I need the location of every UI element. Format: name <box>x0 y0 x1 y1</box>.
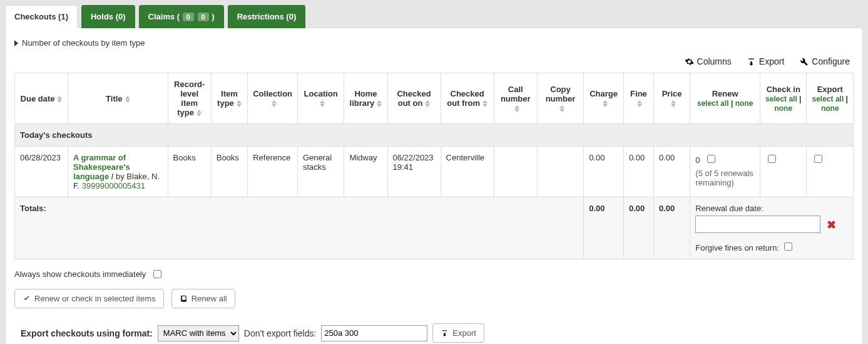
cell-checked-out-from: Centerville <box>441 147 494 197</box>
sort-icon <box>559 105 564 113</box>
tab-checkouts[interactable]: Checkouts (1) <box>5 5 78 28</box>
cell-copy-number <box>537 147 583 197</box>
sort-icon <box>197 109 202 117</box>
configure-label: Configure <box>812 56 850 66</box>
col-call-number[interactable]: Call number <box>494 73 537 124</box>
totals-fine: 0.00 <box>624 197 654 259</box>
col-due-date[interactable]: Due date <box>15 73 68 124</box>
col-fn-label: Fine <box>630 89 647 98</box>
claims-badge-1: 0 <box>183 13 194 21</box>
col-ch-label: Charge <box>590 89 618 98</box>
dont-export-label: Don't export fields: <box>244 328 317 338</box>
col-fine[interactable]: Fine <box>624 73 654 124</box>
download-icon <box>441 329 449 337</box>
export-button-label: Export <box>452 328 476 338</box>
col-record-item-type[interactable]: Record-level item type <box>168 73 211 124</box>
sort-icon <box>603 100 608 108</box>
always-show-checkbox[interactable] <box>153 270 161 278</box>
clear-date-icon[interactable]: ✖ <box>827 218 836 232</box>
col-checked-out-on[interactable]: Checked out on <box>387 73 441 124</box>
totals-charge: 0.00 <box>584 197 624 259</box>
sort-icon <box>514 105 519 113</box>
columns-label: Columns <box>697 56 732 66</box>
check-icon <box>23 294 31 303</box>
cell-check-in <box>760 147 807 197</box>
col-title[interactable]: Title <box>68 73 168 124</box>
renewal-due-label: Renewal due date: <box>695 204 848 213</box>
checkin-select-none[interactable]: none <box>774 104 792 113</box>
cell-record-item-type: Books <box>168 147 211 197</box>
table-toolbar: Columns Export Configure <box>14 54 854 73</box>
col-checked-out-from[interactable]: Checked out from <box>441 73 494 124</box>
configure-button[interactable]: Configure <box>799 56 850 66</box>
export-select-none[interactable]: none <box>821 104 839 113</box>
pipe: | <box>731 99 735 108</box>
export-button[interactable]: Export <box>432 323 484 343</box>
export-select-all[interactable]: select all <box>812 95 844 103</box>
col-renew-label: Renew <box>712 89 738 98</box>
renew-select-none[interactable]: none <box>735 99 753 108</box>
tab-claims-label: Claims <box>148 12 175 21</box>
col-title-label: Title <box>106 94 123 103</box>
export-label: Export checkouts using format: <box>21 328 153 338</box>
renew-count: 0 <box>695 155 700 165</box>
checkin-select-all[interactable]: select all <box>765 95 797 103</box>
col-home-library[interactable]: Home library <box>344 73 387 124</box>
tab-restrictions[interactable]: Restrictions (0) <box>228 5 306 28</box>
col-cn-label: Call number <box>501 85 531 103</box>
caret-right-icon <box>14 40 18 46</box>
renewal-box: Renewal due date: ✖ Forgive fines on ret… <box>690 197 854 259</box>
col-hl-label: Home library <box>350 89 377 108</box>
export-tool-button[interactable]: Export <box>747 56 784 66</box>
renew-select-all[interactable]: select all <box>697 99 729 108</box>
col-export: Export select all | none <box>807 73 854 124</box>
section-header: Today's checkouts <box>15 124 854 147</box>
gear-icon <box>685 57 694 66</box>
cell-due-date: 06/28/2023 <box>15 147 68 197</box>
cell-fine: 0.00 <box>624 147 654 197</box>
tab-holds[interactable]: Holds (0) <box>81 5 135 28</box>
barcode-link[interactable]: 39999000005431 <box>82 181 145 190</box>
renewal-due-date-input[interactable] <box>695 216 820 233</box>
cell-renew: 0 (5 of 5 renewals remaining) <box>690 147 760 197</box>
columns-button[interactable]: Columns <box>685 56 732 66</box>
sort-icon <box>125 95 130 103</box>
renew-all-button[interactable]: Renew all <box>171 289 235 308</box>
pipe: | <box>846 95 848 103</box>
item-type-expander[interactable]: Number of checkouts by item type <box>14 36 854 54</box>
sort-icon <box>272 100 277 108</box>
col-price[interactable]: Price <box>653 73 690 124</box>
renew-all-label: Renew all <box>191 294 227 303</box>
forgive-fines-checkbox[interactable] <box>784 242 792 251</box>
col-check-in: Check in select all | none <box>760 73 807 124</box>
book-icon <box>180 294 188 303</box>
col-location[interactable]: Location <box>297 73 344 124</box>
pipe: | <box>799 95 801 103</box>
export-format-select[interactable]: MARC with items <box>158 325 239 341</box>
expander-label: Number of checkouts by item type <box>22 38 145 48</box>
download-icon <box>747 57 756 66</box>
renew-checkin-button[interactable]: Renew or check in selected items <box>14 289 164 308</box>
sort-icon <box>57 95 62 103</box>
checkin-checkbox[interactable] <box>768 155 776 163</box>
col-charge[interactable]: Charge <box>584 73 624 124</box>
col-loc-label: Location <box>304 89 338 98</box>
cell-collection: Reference <box>248 147 298 197</box>
col-item-type[interactable]: Item type <box>211 73 247 124</box>
checkouts-table: Due date Title Record-level item type It… <box>14 73 854 259</box>
sort-icon <box>671 100 676 108</box>
tab-claims[interactable]: Claims ( 0 0 ) <box>139 5 224 28</box>
col-renew: Renew select all | none <box>690 73 760 124</box>
renew-checkbox[interactable] <box>707 155 715 163</box>
col-due-date-label: Due date <box>21 94 55 103</box>
sort-icon <box>377 100 382 108</box>
claims-badge-2: 0 <box>198 13 209 21</box>
col-copy-number[interactable]: Copy number <box>537 73 583 124</box>
col-export-label: Export <box>817 85 843 94</box>
cell-title: A grammar of Shakespeare's language / by… <box>68 147 168 197</box>
col-collection[interactable]: Collection <box>248 73 298 124</box>
dont-export-input[interactable] <box>321 325 427 341</box>
export-checkbox[interactable] <box>814 155 822 163</box>
export-row: Export checkouts using format: MARC with… <box>14 323 854 343</box>
cell-checked-out-on: 06/22/2023 19:41 <box>387 147 441 197</box>
